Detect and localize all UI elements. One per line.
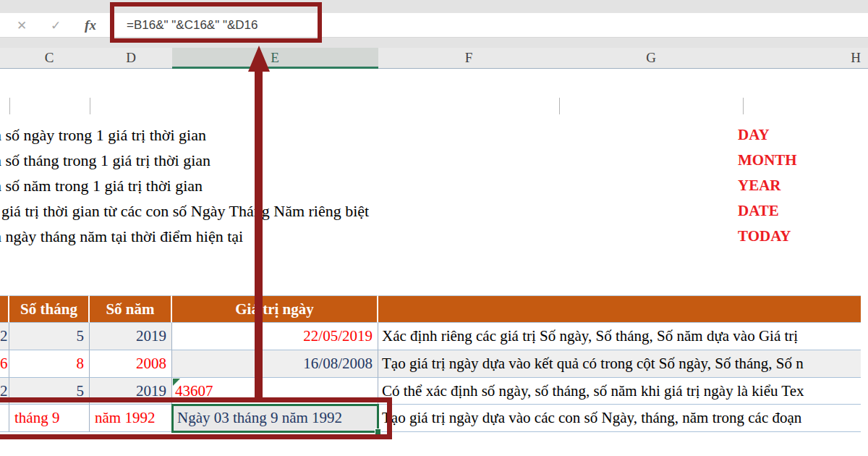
table-header-month[interactable]: Số tháng <box>9 295 90 323</box>
cell-d13[interactable]: 2019 <box>90 323 172 350</box>
cancel-icon[interactable]: ✕ <box>11 13 33 38</box>
insert-function-icon[interactable]: fx <box>80 13 101 38</box>
function-label-day: DAY <box>738 122 770 148</box>
function-label-year: YEAR <box>738 173 781 198</box>
function-label-date: DATE <box>738 198 779 224</box>
annotation-arrow-shaft <box>255 69 263 402</box>
cell-f16[interactable]: Tạo giá trị ngày dựa vào các con số Ngày… <box>378 405 861 432</box>
cell-e13[interactable]: 22/05/2019 <box>172 323 378 350</box>
table-header-requirement[interactable]: Yêu cầu <box>378 295 861 323</box>
column-header-g[interactable]: G <box>646 48 656 68</box>
table-header-day-clipped <box>0 295 9 323</box>
column-divider <box>559 98 560 114</box>
enter-icon[interactable]: ✓ <box>45 13 67 38</box>
column-header-e-selected[interactable]: E <box>172 48 378 69</box>
note-line-today: n ngày tháng năm tại thời điểm hiện tại <box>0 224 243 249</box>
cell-c14[interactable]: 8 <box>9 350 90 378</box>
annotation-arrow-head-icon <box>248 46 270 72</box>
note-line-day: n số ngày trong 1 giá trị thời gian <box>0 122 206 148</box>
annotation-formula-highlight-box <box>110 2 322 43</box>
cell-f13[interactable]: Xác định riêng các giá trị Số ngày, Số t… <box>378 323 861 350</box>
table-header-year[interactable]: Số năm <box>90 295 172 323</box>
function-label-today: TODAY <box>738 224 791 249</box>
note-line-year: n số năm trong 1 giá trị thời gian <box>0 173 203 198</box>
cell-f15[interactable]: Có thể xác định số ngày, số tháng, số nă… <box>378 378 861 405</box>
note-line-date: giá trị thời gian từ các con số Ngày Thá… <box>1 198 369 224</box>
annotation-row16-highlight-box <box>0 397 392 439</box>
cell-b13[interactable]: 2 <box>0 323 9 350</box>
column-header-f[interactable]: F <box>465 48 473 68</box>
cell-c13[interactable]: 5 <box>9 323 90 350</box>
note-line-month: n số tháng trong 1 giá trị thời gian <box>0 148 210 173</box>
column-header-band: C D F G H <box>0 48 868 69</box>
function-label-month: MONTH <box>738 148 797 173</box>
cell-b14[interactable]: 6 <box>0 350 9 378</box>
column-header-c[interactable]: C <box>45 48 54 68</box>
cell-f14[interactable]: Tạo giá trị ngày dựa vào kết quả có tron… <box>378 350 861 378</box>
error-indicator-triangle-icon[interactable] <box>173 379 180 386</box>
column-header-e-label: E <box>271 48 279 68</box>
column-divider <box>743 98 744 114</box>
column-divider <box>9 98 10 114</box>
column-header-d[interactable]: D <box>126 48 136 68</box>
cell-d14[interactable]: 2008 <box>90 350 172 378</box>
table-header-date-value[interactable]: Giá trị ngày <box>172 295 378 323</box>
cell-e14[interactable]: 16/08/2008 <box>172 350 378 378</box>
column-header-h[interactable]: H <box>851 48 861 68</box>
column-divider <box>90 98 90 114</box>
